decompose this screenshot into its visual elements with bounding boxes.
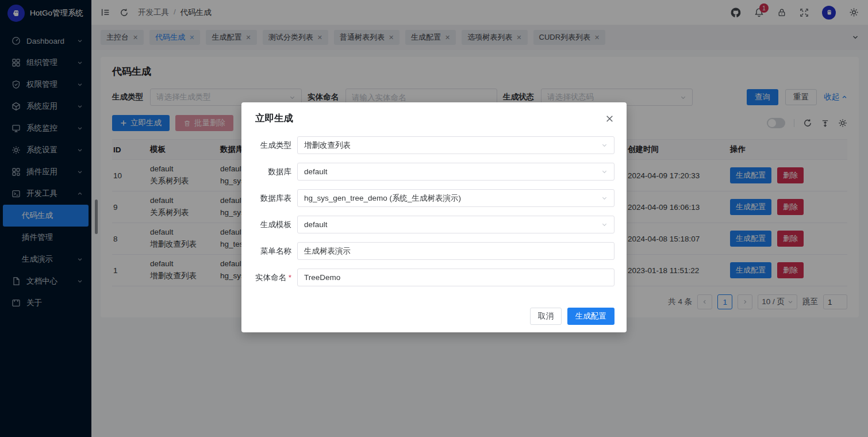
form-row-db-table: 数据库表 hg_sys_gen_tree_demo (系统_生成树表演示)	[255, 189, 614, 207]
chevron-down-icon	[601, 168, 608, 175]
modal-database-select[interactable]: default	[297, 163, 614, 181]
modal-entity-name-input-wrap	[297, 269, 614, 286]
modal-gen-template-select[interactable]: default	[297, 216, 614, 233]
modal-gen-type-select[interactable]: 增删改查列表	[297, 136, 614, 154]
form-row-gen-type: 生成类型 增删改查列表	[255, 136, 614, 154]
modal-db-table-select[interactable]: hg_sys_gen_tree_demo (系统_生成树表演示)	[297, 189, 614, 207]
modal-menu-name-input[interactable]	[304, 247, 608, 255]
form-row-entity-name: 实体命名	[255, 269, 614, 286]
form-row-gen-template: 生成模板 default	[255, 216, 614, 233]
modal-form: 生成类型 增删改查列表 数据库 default 数据库表 hg_sys_gen_…	[241, 131, 627, 286]
modal-close-icon[interactable]	[605, 114, 614, 123]
modal-menu-name-input-wrap	[297, 242, 614, 260]
modal-header: 立即生成	[241, 102, 627, 131]
form-row-database: 数据库 default	[255, 163, 614, 181]
modal-entity-name-input[interactable]	[304, 273, 608, 282]
cancel-button[interactable]: 取消	[530, 308, 562, 325]
chevron-down-icon	[601, 221, 608, 228]
modal-title: 立即生成	[255, 112, 293, 125]
chevron-down-icon	[601, 195, 608, 201]
generate-now-modal: 立即生成 生成类型 增删改查列表 数据库 default 数据库表 hg_sys…	[241, 102, 627, 332]
form-row-menu-name: 菜单名称	[255, 242, 614, 260]
modal-footer: 取消 生成配置	[241, 308, 627, 332]
chevron-down-icon	[601, 142, 608, 148]
confirm-gen-config-button[interactable]: 生成配置	[567, 308, 614, 325]
